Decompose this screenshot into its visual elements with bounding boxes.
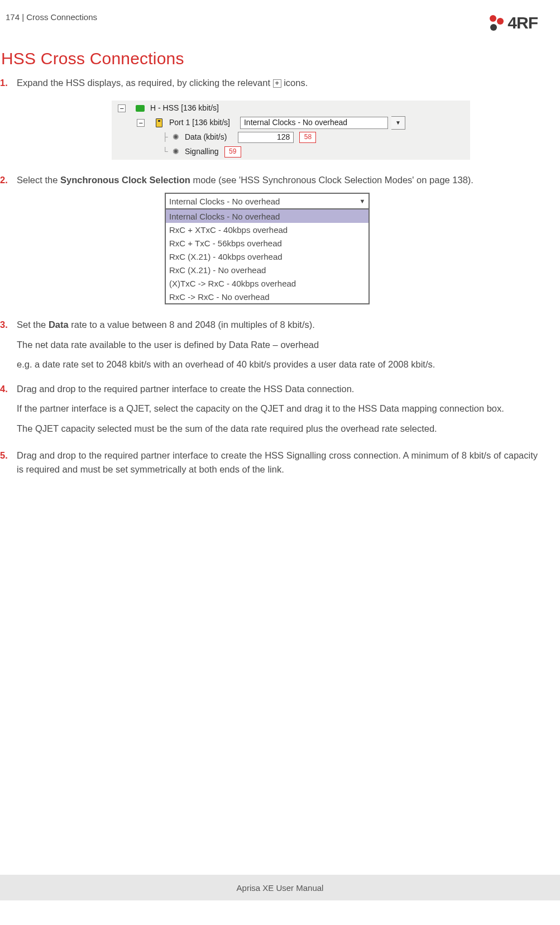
clock-dropdown-selected: Internal Clocks - No overhead xyxy=(169,195,280,208)
clock-dropdown-select[interactable]: Internal Clocks - No overhead ▼ xyxy=(166,194,368,209)
drive-icon xyxy=(136,104,145,112)
header-section: Cross Connections xyxy=(26,12,97,22)
step-4: Drag and drop to the required partner in… xyxy=(0,382,538,436)
clock-option[interactable]: RxC (X.21) - No overhead xyxy=(166,263,368,276)
tree-collapse-icon[interactable]: − xyxy=(137,119,145,127)
clock-select[interactable]: Internal Clocks - No overhead xyxy=(240,117,388,129)
page-title: HSS Cross Connections xyxy=(1,49,538,68)
gear-icon: ✺ xyxy=(171,133,180,141)
page-number: 174 xyxy=(6,12,20,22)
step-3-text-b: rate to a value between 8 and 2048 (in m… xyxy=(69,320,315,330)
port-icon xyxy=(155,119,164,127)
data-rate-label: Data (kbit/s) xyxy=(185,131,227,144)
data-rate-input[interactable]: 128 xyxy=(238,132,294,143)
footer: Aprisa XE User Manual xyxy=(0,875,560,900)
tree-collapse-icon[interactable]: − xyxy=(118,104,126,112)
data-badge[interactable]: 58 xyxy=(299,132,316,143)
step-3-bold: Data xyxy=(49,320,69,330)
tree-branch-icon: ├ xyxy=(162,131,168,144)
hss-tree-figure: − H - HSS [136 kbit/s] − Port 1 [136 kbi… xyxy=(112,101,470,160)
footer-text: Aprisa XE User Manual xyxy=(237,883,324,893)
step-4-p3: The QJET capacity selected must be the s… xyxy=(17,422,538,436)
step-2-text-a: Select the xyxy=(17,175,60,185)
clock-dropdown-figure: Internal Clocks - No overhead ▼ Internal… xyxy=(165,193,370,304)
clock-option[interactable]: (X)TxC -> RxC - 40kbps overhead xyxy=(166,276,368,290)
step-4-p1: Drag and drop to the required partner in… xyxy=(17,384,354,394)
dropdown-arrow-icon[interactable]: ▼ xyxy=(391,116,405,130)
clock-option[interactable]: RxC + TxC - 56kbps overhead xyxy=(166,236,368,250)
signalling-badge[interactable]: 59 xyxy=(224,146,241,158)
step-3-p2: The net data rate available to the user … xyxy=(17,338,538,352)
step-3: Set the Data rate to a value between 8 a… xyxy=(0,318,538,372)
step-1: Expand the HSS displays, as required, by… xyxy=(0,76,538,160)
step-3-text-a: Set the xyxy=(17,320,49,330)
clock-option[interactable]: Internal Clocks - No overhead xyxy=(166,209,368,223)
step-1-text-b: icons. xyxy=(281,78,308,88)
step-2-text-b: mode (see 'HSS Synchronous Clock Selecti… xyxy=(190,175,473,185)
page-header: 174 | Cross Connections xyxy=(6,12,97,22)
brand-logo: 4RF xyxy=(486,12,538,32)
gear-icon: ✺ xyxy=(171,148,180,156)
tree-port-label: Port 1 [136 kbit/s] xyxy=(169,117,230,129)
step-4-p2: If the partner interface is a QJET, sele… xyxy=(17,402,538,416)
header-separator: | xyxy=(20,12,26,22)
dropdown-arrow-icon[interactable]: ▼ xyxy=(356,194,368,208)
clock-option[interactable]: RxC -> RxC - No overhead xyxy=(166,290,368,303)
signalling-label: Signalling xyxy=(185,146,219,158)
expand-plus-icon: + xyxy=(273,79,281,88)
step-1-text-a: Expand the HSS displays, as required, by… xyxy=(17,78,273,88)
clock-option[interactable]: RxC + XTxC - 40kbps overhead xyxy=(166,223,368,236)
step-3-p3: e.g. a date rate set to 2048 kbit/s with… xyxy=(17,357,538,372)
step-5: Drag and drop to the required partner in… xyxy=(0,449,538,477)
tree-branch-icon: └ xyxy=(162,146,168,158)
logo-text: 4RF xyxy=(508,13,538,32)
logo-mark-icon xyxy=(486,13,505,32)
step-2-bold: Synchronous Clock Selection xyxy=(60,175,190,185)
clock-option[interactable]: RxC (X.21) - 40kbps overhead xyxy=(166,250,368,263)
tree-root-label: H - HSS [136 kbit/s] xyxy=(150,102,219,115)
step-2: Select the Synchronous Clock Selection m… xyxy=(0,173,538,305)
step-5-p1: Drag and drop to the required partner in… xyxy=(17,449,538,477)
